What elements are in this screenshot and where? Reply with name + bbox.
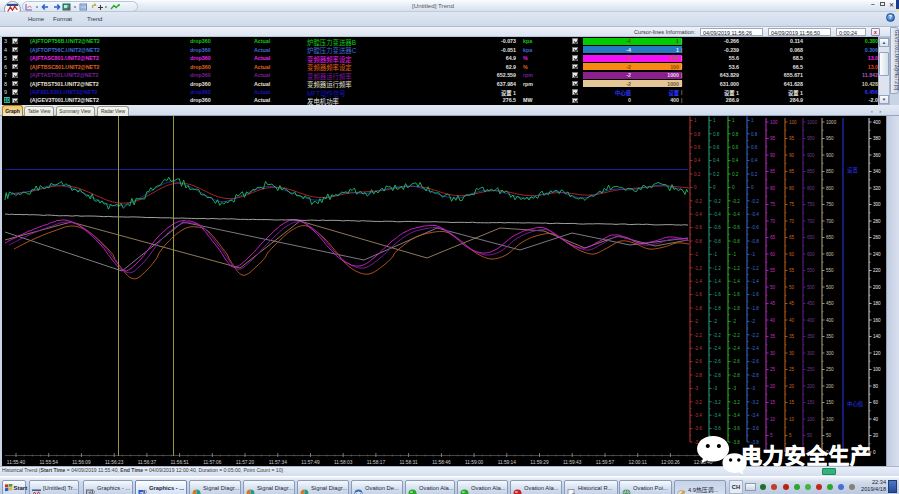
svg-text:200: 200 — [807, 384, 815, 389]
svg-text:11:57:49: 11:57:49 — [301, 460, 320, 465]
svg-text:35: 35 — [789, 334, 795, 339]
svg-text:75: 75 — [789, 202, 795, 207]
svg-text:95: 95 — [770, 136, 776, 141]
svg-text:-3.6: -3.6 — [713, 426, 721, 431]
svg-text:750: 750 — [807, 202, 815, 207]
svg-text:11:58:03: 11:58:03 — [334, 460, 353, 465]
svg-text:-1.8: -1.8 — [751, 306, 759, 311]
svg-text:中心值: 中心值 — [847, 400, 864, 408]
svg-text:850: 850 — [807, 169, 815, 174]
svg-text:500: 500 — [807, 285, 815, 290]
svg-text:25: 25 — [770, 367, 776, 372]
svg-text:-0.4: -0.4 — [713, 212, 721, 217]
svg-text:11:59:57: 11:59:57 — [596, 460, 615, 465]
svg-text:0: 0 — [713, 185, 716, 190]
svg-text:250: 250 — [807, 367, 815, 372]
svg-text:80: 80 — [873, 384, 879, 389]
svg-text:700: 700 — [826, 219, 834, 224]
svg-text:1: 1 — [713, 118, 716, 123]
svg-text:380: 380 — [873, 136, 881, 141]
svg-text:65: 65 — [789, 235, 795, 240]
svg-text:11:59:43: 11:59:43 — [563, 460, 582, 465]
svg-text:0: 0 — [694, 185, 697, 190]
svg-text:-2.4: -2.4 — [713, 346, 721, 351]
svg-text:-3.4: -3.4 — [713, 413, 721, 418]
svg-text:-0.2: -0.2 — [713, 199, 721, 204]
svg-text:550: 550 — [826, 268, 834, 273]
svg-text:-1.8: -1.8 — [732, 306, 740, 311]
svg-text:-3.6: -3.6 — [732, 426, 740, 431]
svg-text:-2.8: -2.8 — [732, 373, 740, 378]
svg-text:1000: 1000 — [807, 120, 818, 125]
svg-text:-2.4: -2.4 — [732, 346, 740, 351]
svg-text:-0.6: -0.6 — [713, 225, 721, 230]
svg-text:20: 20 — [873, 433, 879, 438]
svg-text:20: 20 — [789, 384, 795, 389]
svg-text:0: 0 — [732, 185, 735, 190]
svg-text:-1: -1 — [732, 252, 737, 257]
svg-text:450: 450 — [807, 301, 815, 306]
svg-text:70: 70 — [770, 219, 776, 224]
svg-text:设置: 设置 — [847, 166, 858, 174]
svg-text:-2.6: -2.6 — [751, 359, 759, 364]
svg-text:5: 5 — [789, 433, 792, 438]
svg-text:300: 300 — [826, 351, 834, 356]
svg-text:400: 400 — [873, 120, 881, 125]
svg-text:950: 950 — [826, 136, 834, 141]
svg-text:-3.6: -3.6 — [694, 426, 702, 431]
svg-text:-3: -3 — [713, 386, 718, 391]
svg-text:11:57:06: 11:57:06 — [203, 460, 222, 465]
svg-text:100: 100 — [873, 367, 881, 372]
svg-text:35: 35 — [770, 334, 776, 339]
svg-text:0.8: 0.8 — [694, 132, 701, 137]
svg-text:45: 45 — [789, 301, 795, 306]
svg-text:95: 95 — [789, 136, 795, 141]
svg-text:30: 30 — [789, 351, 795, 356]
svg-text:120: 120 — [873, 351, 881, 356]
svg-text:55: 55 — [770, 268, 776, 273]
svg-text:-2.2: -2.2 — [694, 333, 702, 338]
svg-text:0.6: 0.6 — [751, 145, 758, 150]
svg-text:40: 40 — [770, 318, 776, 323]
svg-text:25: 25 — [789, 367, 795, 372]
svg-text:-2.4: -2.4 — [751, 346, 759, 351]
svg-text:60: 60 — [770, 252, 776, 257]
svg-text:200: 200 — [873, 285, 881, 290]
svg-text:-3.4: -3.4 — [694, 413, 702, 418]
svg-text:100: 100 — [789, 120, 797, 125]
svg-text:-2: -2 — [694, 319, 699, 324]
svg-text:15: 15 — [770, 400, 776, 405]
svg-text:-2.8: -2.8 — [713, 373, 721, 378]
svg-text:80: 80 — [770, 186, 776, 191]
svg-text:0.4: 0.4 — [694, 158, 701, 163]
svg-text:-0.4: -0.4 — [694, 212, 702, 217]
svg-text:1: 1 — [751, 118, 754, 123]
svg-text:-1.4: -1.4 — [713, 279, 721, 284]
svg-text:800: 800 — [807, 186, 815, 191]
svg-text:300: 300 — [807, 351, 815, 356]
svg-text:55: 55 — [789, 268, 795, 273]
svg-text:10: 10 — [770, 417, 776, 422]
svg-text:-2.8: -2.8 — [751, 373, 759, 378]
svg-text:50: 50 — [770, 285, 776, 290]
svg-text:90: 90 — [789, 153, 795, 158]
svg-text:0.2: 0.2 — [751, 172, 758, 177]
svg-text:350: 350 — [807, 334, 815, 339]
svg-text:260: 260 — [873, 235, 881, 240]
svg-text:-0.8: -0.8 — [694, 239, 702, 244]
svg-text:-1.2: -1.2 — [732, 266, 740, 271]
svg-text:140: 140 — [873, 334, 881, 339]
svg-text:11:55:54: 11:55:54 — [40, 460, 59, 465]
svg-text:-1: -1 — [694, 252, 699, 257]
svg-text:11:58:17: 11:58:17 — [367, 460, 386, 465]
svg-text:320: 320 — [873, 186, 881, 191]
svg-text:-0.4: -0.4 — [732, 212, 740, 217]
svg-text:0.8: 0.8 — [732, 132, 739, 137]
svg-text:240: 240 — [873, 252, 881, 257]
svg-text:0: 0 — [873, 450, 876, 455]
svg-text:450: 450 — [826, 301, 834, 306]
svg-text:0.2: 0.2 — [713, 172, 720, 177]
svg-text:0.8: 0.8 — [713, 132, 720, 137]
svg-text:250: 250 — [826, 367, 834, 372]
svg-text:80: 80 — [789, 186, 795, 191]
